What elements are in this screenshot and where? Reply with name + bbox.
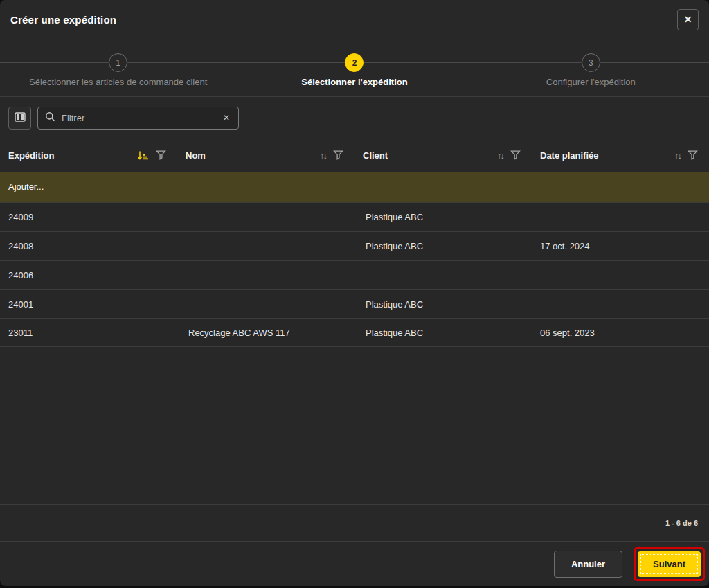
step-2-circle: 2 (345, 53, 364, 72)
column-header-expedition[interactable]: Expédition (0, 139, 177, 172)
create-shipment-dialog: Créer une expédition ✕ 1 Sélectionner le… (0, 0, 709, 586)
sort-descending-icon[interactable] (137, 150, 149, 161)
next-button[interactable]: Suivant (638, 551, 701, 577)
column-header-nom[interactable]: Nom ↑↓ (177, 139, 354, 172)
table-row[interactable]: 24006 (0, 260, 709, 289)
filter-funnel-icon[interactable] (510, 150, 521, 160)
column-label: Expédition (8, 150, 54, 161)
cancel-button[interactable]: Annuler (554, 551, 622, 578)
filter-field: ✕ (37, 107, 239, 130)
cell-expedition: 24009 (0, 212, 177, 222)
dialog-titlebar: Créer une expédition ✕ (0, 0, 709, 39)
cell-expedition: 24006 (0, 270, 177, 280)
search-icon (45, 112, 55, 125)
sort-updown-icon[interactable]: ↑↓ (674, 150, 681, 161)
table-row[interactable]: 23011 Recyclage ABC AWS 117 Plastique AB… (0, 318, 709, 347)
column-label: Client (363, 150, 388, 161)
cell-nom: Recyclage ABC AWS 117 (177, 328, 354, 338)
column-label: Date planifiée (540, 150, 599, 161)
red-annotation-box: Suivant (634, 547, 705, 581)
column-header-client[interactable]: Client ↑↓ (354, 139, 532, 172)
add-new-row[interactable]: Ajouter... (0, 172, 709, 202)
cell-client: Plastique ABC (354, 241, 532, 251)
table-toolbar: ✕ (0, 97, 709, 139)
dialog-title: Créer une expédition (10, 14, 116, 26)
table-header: Expédition N (0, 139, 709, 172)
filter-funnel-icon[interactable] (333, 150, 343, 160)
dialog-footer: Annuler Suivant (0, 541, 709, 586)
filter-funnel-icon[interactable] (156, 150, 166, 160)
table-row[interactable]: 24008 Plastique ABC 17 oct. 2024 (0, 231, 709, 260)
table-row[interactable]: 24001 Plastique ABC (0, 289, 709, 318)
cell-client: Plastique ABC (354, 212, 532, 222)
close-icon: ✕ (684, 14, 692, 25)
filter-input[interactable] (62, 113, 215, 123)
sort-updown-icon[interactable]: ↑↓ (497, 150, 503, 161)
step-2-select-shipment[interactable]: 2 Sélectionner l'expédition (236, 39, 472, 96)
step-1-select-order-items[interactable]: 1 Sélectionner les articles de commande … (0, 39, 236, 96)
step-2-label: Sélectionner l'expédition (301, 77, 407, 87)
step-1-label: Sélectionner les articles de commande cl… (29, 77, 207, 87)
column-chooser-button[interactable] (8, 107, 31, 130)
close-button[interactable]: ✕ (677, 9, 699, 30)
cell-date-planifiee: 17 oct. 2024 (532, 241, 709, 251)
table-row[interactable]: 24009 Plastique ABC (0, 202, 709, 231)
step-1-circle: 1 (109, 53, 127, 72)
column-label: Nom (186, 150, 206, 161)
cell-client: Plastique ABC (354, 299, 532, 310)
pagination-bar: 1 - 6 de 6 (0, 504, 709, 541)
step-3-configure-shipment[interactable]: 3 Configurer l'expédition (473, 39, 709, 96)
sort-updown-icon[interactable]: ↑↓ (320, 150, 326, 161)
cell-expedition: 24008 (0, 241, 177, 251)
wizard-stepper: 1 Sélectionner les articles de commande … (0, 39, 709, 97)
cell-date-planifiee: 06 sept. 2023 (532, 328, 709, 338)
step-3-circle: 3 (582, 53, 600, 72)
table-empty-area (0, 347, 709, 504)
cell-expedition: 24001 (0, 299, 177, 310)
step-3-label: Configurer l'expédition (546, 77, 636, 87)
columns-icon (15, 112, 26, 124)
table-body: 24009 Plastique ABC 24008 Plastique ABC … (0, 202, 709, 347)
cell-expedition: 23011 (0, 328, 177, 338)
filter-funnel-icon[interactable] (688, 150, 698, 160)
column-header-date-planifiee[interactable]: Date planifiée ↑↓ (532, 139, 709, 172)
pagination-range: 1 - 6 de 6 (665, 519, 698, 527)
cell-client: Plastique ABC (354, 328, 532, 338)
clear-filter-icon[interactable]: ✕ (222, 112, 231, 124)
